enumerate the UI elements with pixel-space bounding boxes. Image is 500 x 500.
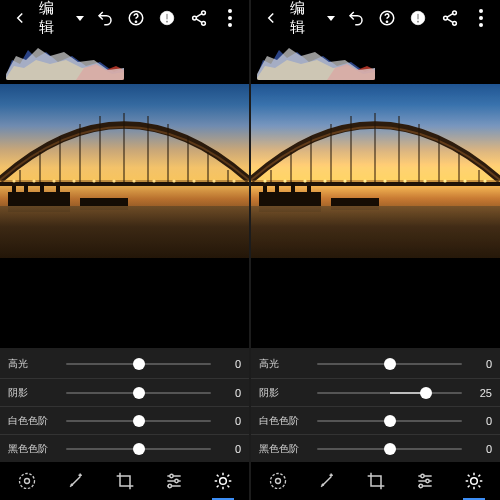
svg-point-25 [52, 179, 55, 182]
slider-highlights[interactable]: 高光 0 [251, 350, 500, 378]
svg-rect-3 [167, 14, 169, 20]
flag-icon[interactable] [405, 4, 432, 32]
back-icon[interactable] [6, 4, 33, 32]
svg-line-113 [478, 485, 480, 487]
slider-label: 白色色阶 [8, 414, 58, 428]
help-icon[interactable] [123, 4, 150, 32]
undo-icon[interactable] [343, 4, 370, 32]
svg-point-89 [423, 179, 426, 182]
slider-track[interactable] [317, 420, 462, 422]
crop-icon[interactable] [361, 466, 391, 496]
svg-rect-96 [291, 182, 295, 196]
slider-value: 0 [219, 415, 241, 427]
share-icon[interactable] [436, 4, 463, 32]
canvas[interactable] [251, 84, 500, 348]
slider-label: 高光 [259, 357, 309, 371]
slider-value: 0 [219, 358, 241, 370]
svg-point-24 [32, 179, 35, 182]
more-icon[interactable] [467, 4, 494, 32]
slider-label: 高光 [8, 357, 58, 371]
wand-icon[interactable] [61, 466, 91, 496]
help-icon[interactable] [374, 4, 401, 32]
svg-point-87 [383, 179, 386, 182]
svg-line-115 [478, 475, 480, 477]
svg-point-83 [303, 179, 306, 182]
svg-line-66 [447, 14, 453, 17]
slider-shadows[interactable]: 阴影 25 [251, 378, 500, 406]
slider-knob[interactable] [420, 387, 432, 399]
flag-icon[interactable] [154, 4, 181, 32]
slider-blacks[interactable]: 黑色色阶 0 [0, 434, 249, 462]
share-icon[interactable] [185, 4, 212, 32]
slider-track[interactable] [66, 363, 211, 365]
wand-icon[interactable] [312, 466, 342, 496]
slider-knob[interactable] [384, 415, 396, 427]
slider-track[interactable] [66, 420, 211, 422]
svg-line-114 [467, 485, 469, 487]
slider-value: 25 [470, 387, 492, 399]
presets-icon[interactable] [12, 466, 42, 496]
screen-title[interactable]: 编辑 [39, 0, 68, 37]
svg-point-65 [452, 21, 456, 25]
svg-rect-95 [275, 184, 279, 196]
svg-point-23 [12, 179, 15, 182]
top-bar: 编辑 [251, 0, 500, 36]
svg-point-41 [19, 474, 34, 489]
slider-track[interactable] [66, 448, 211, 450]
title-dropdown-icon[interactable] [327, 16, 335, 21]
svg-point-90 [443, 179, 446, 182]
svg-line-55 [227, 485, 229, 487]
presets-icon[interactable] [263, 466, 293, 496]
slider-whites[interactable]: 白色色阶 0 [251, 406, 500, 434]
sliders-icon[interactable] [410, 466, 440, 496]
slider-track[interactable] [66, 392, 211, 394]
sun-icon[interactable] [208, 466, 238, 496]
crop-icon[interactable] [110, 466, 140, 496]
slider-whites[interactable]: 白色色阶 0 [0, 406, 249, 434]
svg-rect-97 [307, 186, 311, 196]
slider-blacks[interactable]: 黑色色阶 0 [251, 434, 500, 462]
canvas[interactable] [0, 84, 249, 348]
slider-knob[interactable] [133, 415, 145, 427]
svg-point-63 [452, 11, 456, 15]
undo-icon[interactable] [92, 4, 119, 32]
slider-knob[interactable] [384, 443, 396, 455]
histogram[interactable] [251, 36, 500, 84]
svg-point-92 [483, 179, 486, 182]
top-bar: 编辑 [0, 0, 249, 36]
slider-panel: 高光 0 阴影 0 白色色阶 0 黑色色阶 [0, 348, 249, 462]
svg-point-32 [192, 179, 195, 182]
svg-point-49 [219, 478, 226, 485]
svg-point-99 [270, 474, 285, 489]
svg-point-86 [363, 179, 366, 182]
svg-point-29 [132, 179, 135, 182]
svg-point-91 [463, 179, 466, 182]
slider-label: 黑色色阶 [259, 442, 309, 456]
title-dropdown-icon[interactable] [76, 16, 84, 21]
svg-line-112 [467, 475, 469, 477]
svg-point-64 [443, 16, 447, 20]
slider-highlights[interactable]: 高光 0 [0, 350, 249, 378]
svg-point-34 [232, 179, 235, 182]
photo-preview [0, 84, 249, 258]
slider-track[interactable] [317, 448, 462, 450]
slider-knob[interactable] [133, 358, 145, 370]
slider-track[interactable] [317, 363, 462, 365]
slider-track[interactable] [317, 392, 462, 394]
back-icon[interactable] [257, 4, 284, 32]
histogram[interactable] [0, 36, 249, 84]
slider-shadows[interactable]: 阴影 0 [0, 378, 249, 406]
screen-title[interactable]: 编辑 [290, 0, 319, 37]
sliders-icon[interactable] [159, 466, 189, 496]
svg-point-1 [136, 21, 137, 22]
editor-pane-right: 编辑 [251, 0, 500, 500]
slider-value: 0 [470, 415, 492, 427]
slider-knob[interactable] [384, 358, 396, 370]
more-icon[interactable] [216, 4, 243, 32]
slider-knob[interactable] [133, 387, 145, 399]
svg-point-88 [403, 179, 406, 182]
sun-icon[interactable] [459, 466, 489, 496]
bottom-toolbar [251, 462, 500, 500]
slider-knob[interactable] [133, 443, 145, 455]
svg-rect-61 [418, 14, 420, 20]
